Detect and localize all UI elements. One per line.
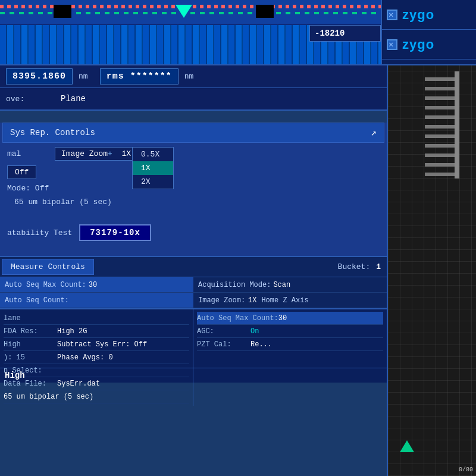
zygo-checkbox-1[interactable]	[387, 10, 397, 20]
bottom-left: lane FDA Res: High 2G High Subtract Sys …	[0, 309, 193, 406]
bottom-bar: lane FDA Res: High 2G High Subtract Sys …	[0, 308, 387, 368]
image-zoom-control[interactable]: Image Zoom+ 1X	[55, 147, 137, 161]
auto-seq-max2-row: Auto Seq Max Count: 30	[197, 312, 383, 325]
remove-row: ove: Plane	[0, 88, 387, 111]
test-label: atability Test	[7, 228, 72, 237]
off-label[interactable]: Off	[7, 165, 36, 179]
left-main: 8395.1860 nm rms ******* nm ove: Plane S…	[0, 65, 387, 476]
agc-row: AGC: On	[197, 325, 383, 338]
bucket-value: 1	[376, 262, 387, 271]
black-square-right	[256, 5, 274, 18]
test-row: atability Test 73179-10x	[2, 221, 384, 244]
bucket-label: Bucket:	[338, 262, 377, 271]
select-row: n Select:	[4, 364, 189, 377]
auto-seq-count-label: Auto Seq Count:	[5, 296, 69, 305]
zoom-option-2x[interactable]: 2X	[133, 175, 173, 189]
off-row: Off	[2, 164, 384, 181]
top-display: -18210 zygo zygo	[0, 0, 476, 65]
test-value: 73179-10x	[79, 224, 151, 241]
pzt-row: PZT Cal: Re...	[197, 338, 383, 351]
triangle-marker	[176, 5, 192, 18]
phase-row: ): 15 Phase Avgs: 0	[4, 351, 189, 364]
image-zoom-row: mal Image Zoom+ 1X 0.5X 1X 2X	[2, 145, 384, 162]
auto-seq-max-value: 30	[89, 281, 97, 289]
optical-scale-label: 0/80	[459, 466, 473, 473]
image-zoom-container: Image Zoom+ 1X 0.5X 1X 2X	[55, 147, 137, 161]
rms-display: rms *******	[100, 68, 178, 84]
main-value-display: 8395.1860	[6, 68, 73, 84]
bipolar-bottom-row: 65 um bipolar (5 sec)	[4, 390, 189, 403]
spacer-3	[0, 246, 387, 256]
sys-rep-header: Sys Rep. Controls ↗	[2, 123, 384, 143]
measure-header-row: Measure Controls Bucket: 1	[0, 257, 387, 277]
high-status-label: High	[5, 371, 25, 380]
image-zoom-measure-value: 1X	[248, 296, 256, 305]
acq-mode-label: Acquisition Mode:	[198, 281, 271, 289]
triangle-right-icon	[400, 440, 414, 452]
zoom-option-05x[interactable]: 0.5X	[133, 148, 173, 161]
subtract-row: High Subtract Sys Err: Off	[4, 338, 189, 351]
spacer-2	[0, 209, 387, 219]
auto-seq-max-row: Auto Seq Max Count: 30	[0, 277, 193, 293]
optical-area: 0/80	[388, 65, 476, 476]
zygo-badge-1: zygo	[382, 0, 476, 30]
auto-seq-max-label: Auto Seq Max Count:	[5, 281, 86, 289]
sys-rep-title: Sys Rep. Controls	[10, 128, 95, 137]
acq-mode-value: Scan	[273, 281, 290, 289]
main-layout: 8395.1860 nm rms ******* nm ove: Plane S…	[0, 65, 476, 476]
lane-row: lane	[4, 312, 189, 325]
fda-res-row: FDA Res: High 2G	[4, 325, 189, 338]
rms-unit-label: nm	[184, 72, 194, 81]
mode-label: Mode: Off	[7, 184, 49, 193]
number-display: -18210	[309, 25, 381, 42]
zygo-label-1: zygo	[402, 7, 434, 23]
top-right-panel: zygo zygo	[381, 0, 476, 65]
black-square-left	[54, 5, 71, 18]
image-zoom-dropdown: 0.5X 1X 2X	[132, 147, 174, 189]
measure-section: Measure Controls Bucket: 1 Auto Seq Max …	[0, 256, 387, 308]
home-z-label[interactable]: Home Z Axis	[261, 296, 309, 305]
right-sidebar: 0/80	[387, 65, 476, 476]
zygo-checkbox-2[interactable]	[387, 39, 397, 50]
main-unit-label: nm	[79, 72, 88, 81]
bipolar-row: 65 um bipolar (5 sec)	[2, 196, 384, 208]
sys-rep-panel: Sys Rep. Controls ↗ mal Image Zoom+ 1X 0…	[0, 123, 387, 256]
auto-seq-count-row: Auto Seq Count:	[0, 293, 193, 308]
nal-label: mal	[7, 149, 55, 158]
zygo-label-2: zygo	[402, 37, 434, 52]
mode-row: Mode: Off	[2, 182, 384, 195]
arrow-icon: ↗	[371, 127, 377, 139]
remove-label: ove:	[6, 95, 54, 104]
image-zoom-measure-row: Image Zoom: 1X Home Z Axis	[193, 293, 387, 308]
spacer-1	[0, 111, 387, 120]
optical-grid: 0/80	[388, 65, 476, 476]
zygo-badge-2: zygo	[382, 30, 476, 60]
bottom-right: Auto Seq Max Count: 30 AGC: On PZT Cal: …	[193, 309, 387, 406]
data-file-row: Data File: SysErr.dat	[4, 377, 189, 390]
main-value-bar: 8395.1860 nm rms ******* nm	[0, 65, 387, 88]
image-zoom-measure-label: Image Zoom:	[198, 296, 246, 305]
measure-info-grid: Auto Seq Max Count: 30 Acquisition Mode:…	[0, 277, 387, 308]
acq-mode-row: Acquisition Mode: Scan	[193, 277, 387, 293]
measure-header: Measure Controls	[2, 259, 94, 275]
zoom-option-1x[interactable]: 1X	[133, 161, 173, 175]
comb-structure	[394, 71, 465, 178]
remove-value: Plane	[61, 94, 86, 104]
